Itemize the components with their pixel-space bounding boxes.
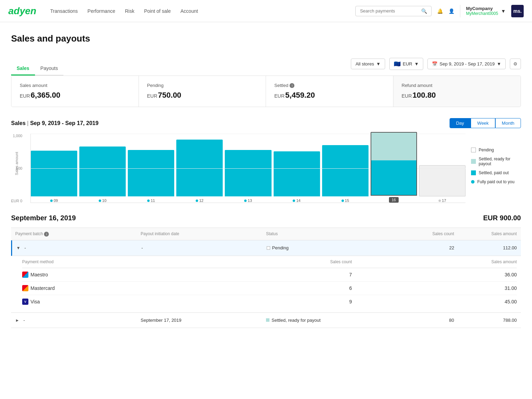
chart-title: Sales | Sep 9, 2019 - Sep 17, 2019 (11, 120, 98, 126)
sub-row-maestro: Maestro 7 36.00 (22, 268, 517, 282)
currency-label: EUR (403, 61, 412, 66)
td-batch-1: ▼ - (16, 245, 141, 250)
td-count-2: 80 (391, 318, 454, 323)
filters-row: All stores ▼ 🇪🇺 EUR ▼ 📅 Sep 9, 2019 - Se… (351, 58, 521, 70)
page-title: Sales and payouts (11, 33, 521, 44)
legend-settled-paid-box (471, 170, 476, 175)
nav-risk[interactable]: Risk (125, 8, 134, 14)
legend-settled-paid: Settled, paid out (471, 170, 521, 175)
section-total: EUR 900.00 (483, 214, 521, 222)
stat-label-sales: Sales amount (20, 83, 130, 88)
bar-17[interactable]: 17 (419, 165, 466, 203)
status-icon-pending (267, 246, 270, 250)
bar-13[interactable]: 13 (225, 150, 271, 203)
bar-14[interactable]: 14 (274, 151, 320, 203)
table-row-1: ▼ - - Pending 22 112.00 (11, 240, 521, 256)
search-input[interactable] (360, 8, 418, 14)
legend-fully-paid-label: Fully paid out to you (477, 179, 514, 184)
currency-filter[interactable]: 🇪🇺 EUR ▼ (389, 58, 423, 70)
td-status-2: Settled, ready for payout (266, 318, 391, 323)
nav-performance[interactable]: Performance (88, 8, 115, 14)
legend-pending-label: Pending (479, 148, 494, 152)
legend-settled-payout: Settled, ready for payout (471, 157, 521, 166)
table-row-2: ► - September 17, 2019 Settled, ready fo… (11, 313, 521, 328)
maestro-icon (22, 272, 28, 278)
chart-period: Sep 9, 2019 - Sep 17, 2019 (30, 120, 98, 126)
chevron-down-icon: ▼ (501, 8, 506, 14)
tab-sales[interactable]: Sales (11, 62, 35, 76)
settings-button[interactable]: ⚙ (510, 59, 521, 69)
date-range-filter[interactable]: 📅 Sep 9, 2019 - Sep 17, 2019 ▼ (427, 59, 506, 69)
search-bar[interactable]: 🔍 (355, 6, 432, 16)
settled-info-icon[interactable]: i (290, 83, 294, 88)
chart-legend: Pending Settled, ready for payout Settle… (466, 134, 521, 203)
chevron-right-icon[interactable]: ► (15, 318, 19, 323)
td-maestro-count: 7 (187, 272, 352, 277)
bar-16[interactable]: 16 (371, 132, 417, 203)
chart-header: Sales | Sep 9, 2019 - Sep 17, 2019 Day W… (11, 118, 521, 128)
stat-value-sales: EUR6,365.00 (20, 91, 130, 100)
flag-icon: 🇪🇺 (394, 61, 401, 67)
td-visa-count: 9 (187, 299, 352, 304)
nav-transactions[interactable]: Transactions (50, 8, 78, 14)
td-maestro-method: Maestro (22, 272, 187, 278)
payment-batch-info-icon[interactable]: i (44, 232, 49, 237)
bar-09[interactable]: 09 (31, 151, 77, 203)
th-sales-count: Sales count (391, 231, 454, 237)
stat-label-pending: Pending (147, 83, 258, 88)
sub-th-count: Sales count (187, 259, 352, 264)
legend-settled-paid-label: Settled, paid out (479, 170, 509, 175)
stat-pending: Pending EUR750.00 (139, 76, 266, 107)
chevron-down-icon[interactable]: ▼ (16, 246, 20, 250)
stat-settled: Settled i EUR5,459.20 (266, 76, 393, 107)
chevron-down-icon: ▼ (376, 61, 381, 66)
stat-value-refund: EUR100.80 (402, 91, 513, 100)
header-icons: 🔔 👤 (437, 8, 454, 14)
y-axis-max: 1,000 (13, 134, 23, 138)
store-label: All stores (355, 61, 374, 66)
main-content: Sales and payouts Sales Payouts All stor… (0, 22, 532, 399)
th-sales-amount: Sales amount (454, 231, 517, 237)
status-badge-2: Settled, ready for payout (266, 318, 321, 323)
user-icon[interactable]: 👤 (449, 8, 454, 14)
search-icon: 🔍 (421, 8, 427, 14)
user-info: MyCompany MyMerchant0005 (466, 6, 498, 16)
bar-10[interactable]: 10 (79, 147, 126, 203)
sub-row-visa: V Visa 9 45.00 (22, 295, 517, 308)
legend-pending-box (471, 148, 476, 152)
date-range-label: Sep 9, 2019 - Sep 17, 2019 (440, 61, 495, 66)
stats-row: Sales amount EUR6,365.00 Pending EUR750.… (11, 76, 521, 107)
time-btn-month[interactable]: Month (495, 118, 521, 128)
td-maestro-amount: 36.00 (352, 272, 517, 277)
time-btn-week[interactable]: Week (471, 118, 495, 128)
bar-16-label: 16 (389, 197, 399, 203)
time-btn-day[interactable]: Day (450, 118, 471, 128)
chart-section: Sales | Sep 9, 2019 - Sep 17, 2019 Day W… (11, 118, 521, 203)
calendar-icon: 📅 (432, 61, 437, 66)
table-header: Payment batch i Payout initiation date S… (11, 228, 521, 240)
chevron-down-icon: ▼ (414, 61, 419, 66)
bar-11[interactable]: 11 (128, 150, 174, 203)
legend-settled-payout-label: Settled, ready for payout (479, 157, 521, 166)
legend-fully-paid-dot (471, 180, 475, 184)
td-mastercard-method: Mastercard (22, 285, 187, 291)
nav-point-of-sale[interactable]: Point of sale (144, 8, 171, 14)
visa-icon: V (22, 299, 28, 305)
tab-payouts[interactable]: Payouts (35, 62, 64, 76)
section-header: September 16, 2019 EUR 900.00 (11, 214, 521, 222)
bar-12[interactable]: 12 (176, 140, 223, 203)
th-payout-date: Payout initiation date (141, 231, 266, 237)
user-section[interactable]: MyCompany MyMerchant0005 ▼ ms. (460, 5, 524, 17)
merchant-id: MyMerchant0005 (466, 11, 498, 16)
mastercard-icon (22, 285, 28, 291)
legend-settled-payout-box (471, 159, 476, 164)
td-mastercard-count: 6 (187, 285, 352, 291)
notifications-icon[interactable]: 🔔 (437, 8, 443, 14)
company-name: MyCompany (466, 6, 498, 11)
td-amount-1: 112.00 (454, 245, 517, 250)
store-filter[interactable]: All stores ▼ (351, 59, 385, 69)
td-mastercard-amount: 31.00 (352, 285, 517, 291)
stat-refund: Refund amount EUR100.80 (393, 76, 521, 107)
bar-15[interactable]: 15 (322, 145, 369, 203)
nav-account[interactable]: Account (180, 8, 198, 14)
